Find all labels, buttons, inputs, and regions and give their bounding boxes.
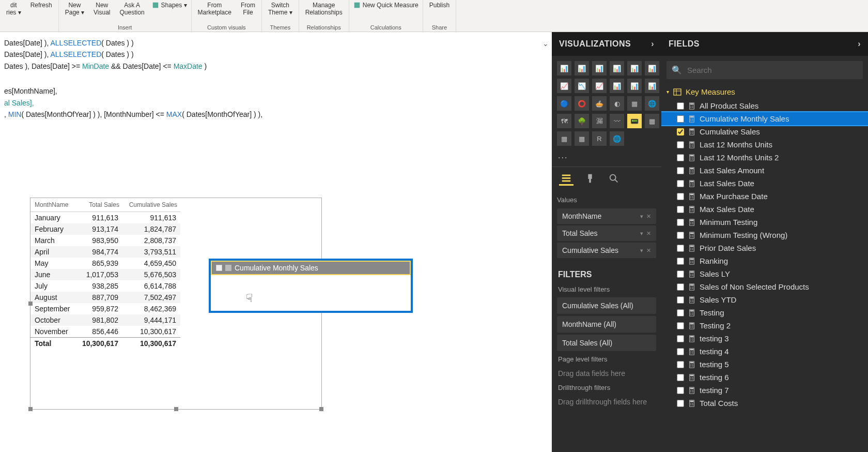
ribbon-button[interactable]: FromFile <box>239 1 257 17</box>
viz-type-icon[interactable]: 📉 <box>575 79 589 93</box>
field-item[interactable]: testing 4 <box>661 345 868 358</box>
field-item[interactable]: Last 12 Months Units <box>661 138 868 151</box>
field-checkbox[interactable] <box>677 400 684 407</box>
viz-type-icon[interactable]: 漏 <box>592 114 607 128</box>
field-item[interactable]: Minimum Testing <box>661 216 868 229</box>
field-item[interactable]: Sales LY <box>661 267 868 280</box>
field-checkbox[interactable] <box>677 296 684 304</box>
chevron-right-icon[interactable]: › <box>858 39 861 49</box>
table-row[interactable]: November856,44610,300,617 <box>30 326 180 338</box>
viz-type-icon[interactable]: ▦ <box>575 131 589 146</box>
table-row[interactable]: October981,8029,444,171 <box>30 314 180 326</box>
filter-item[interactable]: MonthName (All) <box>557 316 656 333</box>
table-row[interactable]: March983,9502,808,737 <box>30 235 180 246</box>
chevron-right-icon[interactable]: › <box>651 39 654 49</box>
viz-type-icon[interactable]: 📈 <box>557 79 571 93</box>
remove-icon[interactable]: ✕ <box>646 247 651 254</box>
dropdown-icon[interactable]: ▾ <box>640 230 643 237</box>
viz-type-icon[interactable]: 📊 <box>627 61 642 76</box>
field-item[interactable]: Cumulative Monthly Sales <box>661 112 868 125</box>
column-header[interactable]: MonthName <box>30 198 76 212</box>
field-item[interactable]: testing 5 <box>661 358 868 371</box>
table-row[interactable]: September959,8728,462,369 <box>30 303 180 314</box>
field-well[interactable]: Cumulative Sales▾✕ <box>557 243 656 258</box>
viz-type-icon[interactable]: 📈 <box>592 79 607 93</box>
viz-type-icon[interactable]: 🌐 <box>610 131 624 146</box>
field-item[interactable]: Testing <box>661 306 868 319</box>
viz-type-icon[interactable]: R <box>592 131 607 146</box>
formula-bar[interactable]: Dates[Date] ), ALLSELECTED( Dates ) ) Da… <box>0 32 552 123</box>
ribbon-button[interactable]: FromMarketplace <box>196 1 234 17</box>
field-checkbox[interactable] <box>677 232 684 239</box>
column-header[interactable]: Total Sales <box>76 198 122 212</box>
table-row[interactable]: July938,2856,614,788 <box>30 280 180 292</box>
remove-icon[interactable]: ✕ <box>646 230 651 237</box>
field-item[interactable]: testing 6 <box>661 371 868 384</box>
field-checkbox[interactable] <box>677 219 684 226</box>
field-checkbox[interactable] <box>677 154 684 161</box>
viz-type-icon[interactable]: 📊 <box>610 79 624 93</box>
field-checkbox[interactable] <box>677 102 684 110</box>
viz-type-icon[interactable]: 📊 <box>575 61 589 76</box>
viz-type-icon[interactable]: 📊 <box>592 61 607 76</box>
table-row[interactable]: May865,9394,659,450 <box>30 258 180 269</box>
search-input[interactable] <box>687 66 858 74</box>
ribbon-button-small[interactable]: Shapes ▾ <box>152 1 187 9</box>
drillthrough-drop[interactable]: Drag drillthrough fields here <box>552 394 661 410</box>
field-checkbox[interactable] <box>677 141 684 148</box>
dropdown-icon[interactable]: ▾ <box>640 213 643 220</box>
field-checkbox[interactable] <box>677 348 684 355</box>
resize-handle[interactable] <box>174 407 178 411</box>
field-item[interactable]: testing 7 <box>661 384 868 397</box>
ribbon-button[interactable]: Refresh <box>28 1 54 9</box>
field-item[interactable]: Last 12 Months Units 2 <box>661 151 868 164</box>
field-item[interactable]: Last Sales Amount <box>661 164 868 177</box>
table-node[interactable]: ▾ Key Measures <box>661 84 868 99</box>
field-item[interactable]: Sales YTD <box>661 293 868 306</box>
viz-type-icon[interactable]: ▦ <box>627 96 642 111</box>
analytics-tab[interactable] <box>607 171 621 186</box>
field-checkbox[interactable] <box>677 335 684 342</box>
viz-type-icon[interactable]: 🥧 <box>592 96 607 111</box>
field-item[interactable]: Cumulative Sales <box>661 125 868 138</box>
filter-item[interactable]: Cumulative Sales (All) <box>557 297 656 314</box>
field-item[interactable]: Total Costs <box>661 397 868 410</box>
table-row[interactable]: June1,017,0535,676,503 <box>30 269 180 280</box>
viz-type-icon[interactable]: 🗺 <box>557 114 571 128</box>
field-item[interactable]: Prior Date Sales <box>661 242 868 254</box>
viz-type-icon[interactable]: 📊 <box>610 61 624 76</box>
column-header[interactable]: Cumulative Sales <box>122 198 180 212</box>
field-item[interactable]: Testing 2 <box>661 319 868 332</box>
viz-type-icon[interactable]: 🔵 <box>557 96 571 111</box>
filter-item[interactable]: Total Sales (All) <box>557 335 656 351</box>
ribbon-button-small[interactable]: New Quick Measure <box>353 1 419 9</box>
field-checkbox[interactable] <box>677 270 684 278</box>
card-header[interactable]: Cumulative Monthly Sales <box>211 261 411 275</box>
viz-type-icon[interactable]: ⭕ <box>575 96 589 111</box>
fields-search[interactable]: 🔍 <box>667 61 863 79</box>
table-row[interactable]: January911,613911,613 <box>30 212 180 224</box>
collapse-triangle-icon[interactable]: ▾ <box>667 89 669 95</box>
field-well[interactable]: Total Sales▾✕ <box>557 225 656 241</box>
viz-type-icon[interactable]: ◐ <box>610 96 624 111</box>
report-canvas[interactable]: ⌄ Dates[Date] ), ALLSELECTED( Dates ) ) … <box>0 32 552 452</box>
field-checkbox[interactable] <box>677 258 684 265</box>
field-checkbox[interactable] <box>677 245 684 252</box>
field-checkbox[interactable] <box>677 167 684 174</box>
field-checkbox[interactable] <box>677 322 684 329</box>
field-checkbox[interactable] <box>677 193 684 200</box>
field-checkbox[interactable] <box>677 128 684 135</box>
resize-handle[interactable] <box>319 407 323 411</box>
resize-handle[interactable] <box>28 407 33 411</box>
viz-type-icon[interactable]: 📊 <box>645 61 659 76</box>
resize-handle[interactable] <box>28 302 33 306</box>
field-item[interactable]: Last Sales Date <box>661 177 868 190</box>
field-well[interactable]: MonthName▾✕ <box>557 208 656 224</box>
viz-type-icon[interactable]: 📟 <box>627 114 642 128</box>
ribbon-button[interactable]: Ask AQuestion <box>118 1 147 17</box>
field-checkbox[interactable] <box>677 206 684 213</box>
table-row[interactable]: August887,7097,502,497 <box>30 292 180 303</box>
viz-type-icon[interactable]: 📊 <box>645 79 659 93</box>
field-checkbox[interactable] <box>677 283 684 291</box>
ribbon-button[interactable]: Publish <box>427 1 452 9</box>
